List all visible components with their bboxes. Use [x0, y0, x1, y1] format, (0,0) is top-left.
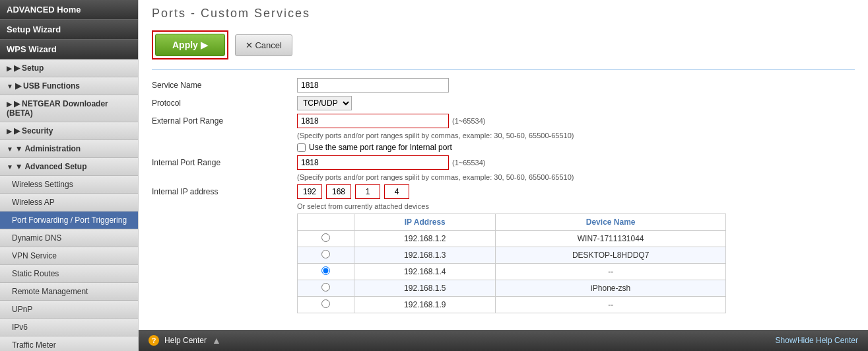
internal-port-note: (Specify ports and/or port ranges spilit…	[297, 173, 855, 181]
sidebar-item-dynamic-dns[interactable]: Dynamic DNS	[0, 229, 138, 247]
device-table: IP Address Device Name 192.168.1.2WIN7-1…	[297, 214, 726, 313]
ip-fields	[297, 184, 409, 199]
sidebar: ADVANCED Home Setup Wizard WPS Wizard ▶ …	[0, 0, 139, 351]
device-radio-4[interactable]	[321, 299, 330, 308]
sidebar-item-vpn-service[interactable]: VPN Service	[0, 247, 138, 265]
table-row: 192.168.1.4--	[298, 264, 726, 280]
sidebar-item-ipv6[interactable]: IPv6	[0, 319, 138, 336]
sidebar-toggle-netgear-downloader[interactable]: ▶ NETGEAR Downloader (BETA)	[0, 95, 138, 122]
device-radio-1[interactable]	[321, 250, 330, 258]
or-select-text: Or select from currently attached device…	[297, 202, 855, 210]
table-cell-ip: 192.168.1.3	[354, 247, 496, 264]
external-port-note: (Specify ports and/or port ranges spilit…	[297, 132, 855, 139]
internal-port-label: Internal Port Range	[152, 158, 297, 167]
internal-port-row: Internal Port Range (1~65534)	[152, 155, 855, 170]
internal-port-input[interactable]	[297, 155, 449, 170]
table-cell-radio	[298, 264, 354, 280]
show-hide-help-link[interactable]: Show/Hide Help Center	[776, 336, 858, 345]
service-name-input[interactable]	[297, 78, 449, 93]
table-cell-ip: 192.168.1.5	[354, 280, 496, 297]
divider	[152, 69, 855, 70]
same-port-checkbox[interactable]	[297, 143, 306, 152]
external-port-row: External Port Range (1~65534)	[152, 114, 855, 128]
table-row: 192.168.1.2WIN7-1711131044	[298, 231, 726, 247]
toolbar: Apply ▶ ✕ Cancel	[152, 30, 855, 59]
table-header-radio	[298, 214, 354, 231]
external-port-hint: (1~65534)	[452, 117, 485, 125]
apply-button[interactable]: Apply ▶	[155, 34, 225, 56]
service-name-label: Service Name	[152, 81, 297, 90]
sidebar-item-wps-wizard[interactable]: WPS Wizard	[0, 40, 138, 59]
sidebar-toggle-advanced-setup[interactable]: ▼ Advanced Setup	[0, 158, 138, 176]
internal-ip-row: Internal IP address	[152, 184, 855, 199]
sidebar-item-setup-wizard[interactable]: Setup Wizard	[0, 20, 138, 40]
table-cell-radio	[298, 280, 354, 297]
table-cell-radio	[298, 247, 354, 264]
table-cell-device: --	[496, 264, 726, 280]
protocol-label: Protocol	[152, 98, 297, 108]
sidebar-item-wireless-ap[interactable]: Wireless AP	[0, 194, 138, 212]
help-arrow-icon: ▲	[212, 335, 221, 346]
table-row: 192.168.1.9--	[298, 297, 726, 313]
sidebar-toggle-security[interactable]: ▶ Security	[0, 122, 138, 140]
sidebar-item-upnp[interactable]: UPnP	[0, 301, 138, 319]
sidebar-toggle-setup[interactable]: ▶ Setup	[0, 59, 138, 77]
form-section: Service Name Protocol TCP/UDP TCP UDP Ex…	[152, 78, 855, 313]
table-cell-device: DESKTOP-L8HDDQ7	[496, 247, 726, 264]
table-header-ip: IP Address	[354, 214, 496, 231]
same-port-label: Use the same port range for Internal por…	[309, 143, 452, 152]
table-cell-ip: 192.168.1.2	[354, 231, 496, 247]
table-cell-radio	[298, 297, 354, 313]
table-row: 192.168.1.5iPhone-zsh	[298, 280, 726, 297]
help-bar: ? Help Center ▲ Show/Hide Help Center	[139, 330, 868, 351]
page-title: Ports - Custom Services	[152, 7, 855, 24]
internal-port-hint: (1~65534)	[452, 159, 485, 167]
ip-octet-1[interactable]	[297, 184, 322, 199]
table-cell-device: --	[496, 297, 726, 313]
sidebar-toggle-administration[interactable]: ▼ Administration	[0, 140, 138, 158]
protocol-row: Protocol TCP/UDP TCP UDP	[152, 96, 855, 110]
table-cell-ip: 192.168.1.9	[354, 297, 496, 313]
ip-octet-3[interactable]	[355, 184, 380, 199]
external-port-input[interactable]	[297, 114, 449, 128]
device-radio-2[interactable]	[321, 266, 330, 275]
sidebar-item-wireless-settings[interactable]: Wireless Settings	[0, 176, 138, 194]
cancel-button[interactable]: ✕ Cancel	[235, 34, 292, 56]
sidebar-item-static-routes[interactable]: Static Routes	[0, 265, 138, 283]
table-cell-radio	[298, 231, 354, 247]
protocol-select[interactable]: TCP/UDP TCP UDP	[297, 96, 352, 110]
device-radio-3[interactable]	[321, 283, 330, 292]
content-area: Ports - Custom Services Apply ▶ ✕ Cancel…	[139, 0, 868, 330]
internal-ip-label: Internal IP address	[152, 187, 297, 196]
table-cell-ip: 192.168.1.4	[354, 264, 496, 280]
table-row: 192.168.1.3DESKTOP-L8HDDQ7	[298, 247, 726, 264]
table-cell-device: iPhone-zsh	[496, 280, 726, 297]
help-question-icon: ?	[149, 335, 159, 346]
sidebar-item-remote-management[interactable]: Remote Management	[0, 283, 138, 301]
sidebar-toggle-usb-functions[interactable]: ▶ USB Functions	[0, 77, 138, 95]
sidebar-item-traffic-meter[interactable]: Traffic Meter	[0, 336, 138, 351]
table-header-device: Device Name	[496, 214, 726, 231]
service-name-row: Service Name	[152, 78, 855, 93]
main-panel: Ports - Custom Services Apply ▶ ✕ Cancel…	[139, 0, 868, 351]
ip-octet-2[interactable]	[326, 184, 351, 199]
ip-octet-4[interactable]	[384, 184, 409, 199]
sidebar-item-advanced-home[interactable]: ADVANCED Home	[0, 0, 138, 20]
external-port-label: External Port Range	[152, 116, 297, 126]
device-radio-0[interactable]	[321, 233, 330, 242]
table-cell-device: WIN7-1711131044	[496, 231, 726, 247]
same-port-row: Use the same port range for Internal por…	[297, 143, 855, 152]
apply-btn-wrapper: Apply ▶	[152, 30, 228, 59]
help-center-label: Help Center	[164, 336, 207, 345]
sidebar-item-port-forwarding[interactable]: Port Forwarding / Port Triggering	[0, 212, 138, 229]
help-bar-left: ? Help Center ▲	[149, 335, 221, 346]
